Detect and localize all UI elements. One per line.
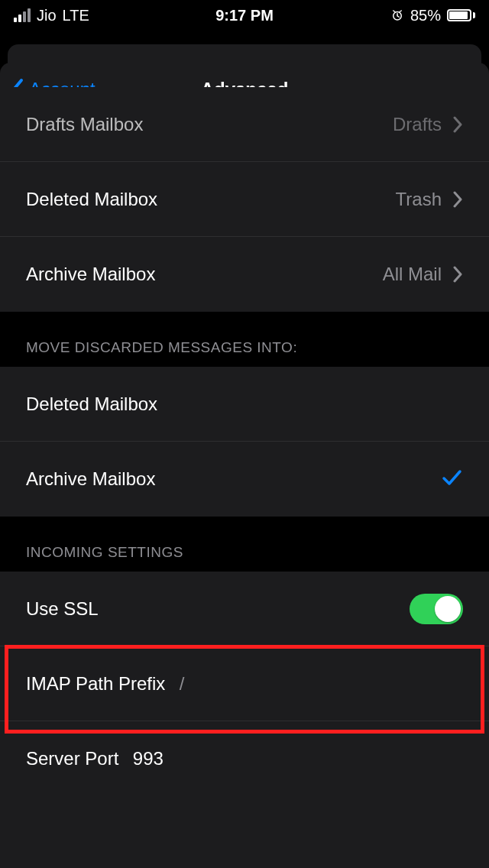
row-value: Drafts: [393, 114, 442, 135]
row-discard-to-archive[interactable]: Archive Mailbox: [0, 442, 489, 517]
row-value: Trash: [396, 189, 442, 210]
use-ssl-toggle[interactable]: [410, 594, 463, 624]
settings-content[interactable]: Drafts Mailbox Drafts Deleted Mailbox Tr…: [0, 116, 489, 868]
status-bar: Jio LTE 9:17 PM 85%: [0, 0, 489, 31]
row-label: Archive Mailbox: [26, 264, 155, 285]
row-label: Use SSL: [26, 598, 99, 620]
battery-icon: [447, 9, 475, 21]
row-label: IMAP Path Prefix: [26, 673, 165, 694]
row-drafts-mailbox[interactable]: Drafts Mailbox Drafts: [0, 87, 489, 162]
row-label: Deleted Mailbox: [26, 189, 157, 210]
section-header-discarded: MOVE DISCARDED MESSAGES INTO:: [0, 312, 489, 367]
chevron-right-icon: [452, 191, 463, 208]
advanced-settings-sheet: Account Advanced Drafts Mailbox Drafts D…: [0, 63, 489, 868]
row-label: Server Port: [26, 748, 118, 769]
signal-strength-icon: [14, 8, 31, 22]
row-value: All Mail: [383, 264, 442, 285]
checkmark-icon: [440, 466, 463, 492]
row-label: Drafts Mailbox: [26, 114, 143, 135]
battery-percent: 85%: [410, 7, 441, 24]
alarm-icon: [390, 8, 404, 22]
row-label: Deleted Mailbox: [26, 394, 157, 415]
carrier-label: Jio: [37, 7, 57, 24]
row-archive-mailbox[interactable]: Archive Mailbox All Mail: [0, 237, 489, 312]
row-imap-path-prefix[interactable]: IMAP Path Prefix /: [0, 646, 489, 721]
chevron-right-icon: [452, 116, 463, 133]
section-header-incoming: INCOMING SETTINGS: [0, 517, 489, 572]
row-discard-to-deleted[interactable]: Deleted Mailbox: [0, 367, 489, 442]
imap-path-prefix-value: /: [180, 673, 185, 694]
server-port-value: 993: [133, 748, 164, 769]
chevron-right-icon: [452, 266, 463, 283]
row-use-ssl[interactable]: Use SSL: [0, 572, 489, 646]
row-label: Archive Mailbox: [26, 468, 155, 490]
network-label: LTE: [63, 7, 89, 24]
row-server-port[interactable]: Server Port 993: [0, 721, 489, 796]
clock: 9:17 PM: [215, 7, 274, 24]
row-deleted-mailbox[interactable]: Deleted Mailbox Trash: [0, 162, 489, 237]
